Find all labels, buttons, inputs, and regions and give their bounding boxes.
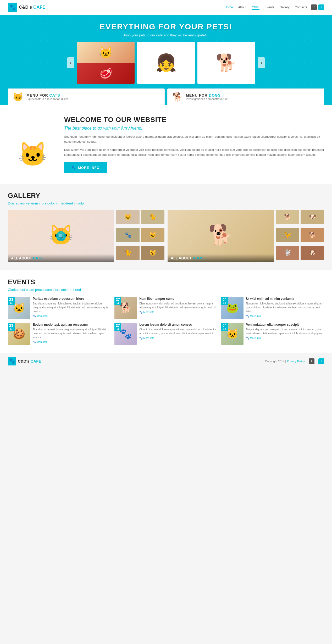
welcome-para2: Duis autem vel eum iriure dolor in hendr… bbox=[64, 147, 324, 157]
event-card-2: 🐕 27 11 Nam liber tempor cume Diam nonum… bbox=[114, 297, 217, 319]
hero-subtitle: Bring your pets to our cafe and they wil… bbox=[8, 33, 324, 37]
logo-text: C&D's CAFE bbox=[19, 5, 45, 10]
nav-events[interactable]: Events bbox=[265, 5, 274, 9]
cat-thumb-3[interactable]: 🐾 bbox=[116, 228, 140, 242]
footer: 🐾 C&D's CAFE Copyright 2014 | Privacy Po… bbox=[0, 353, 332, 369]
event-5-more[interactable]: 🐾 More info bbox=[139, 337, 217, 340]
event-4-img-wrapper: 🍪 23 11 bbox=[8, 323, 30, 345]
gallery-cats-main[interactable]: 🐱 ALL ABOUT CATS 🔍 bbox=[8, 210, 114, 262]
footer-logo-text: C&D's CAFE bbox=[18, 359, 41, 363]
cat-menu-title: MENU FOR CATS bbox=[26, 93, 68, 97]
footer-logo-icon: 🐾 bbox=[8, 357, 16, 365]
event-5-desc: Cidunt ut laoreet dolore magna aliquam q… bbox=[139, 327, 217, 335]
gallery-grid: 🐱 ALL ABOUT CATS 🔍 🐱 🐈 🐾 🐱 🐈 😺 🐕 ALL ABO… bbox=[8, 210, 324, 262]
dog-thumb-4[interactable]: 🐕 bbox=[301, 228, 324, 242]
event-5-date-badge: 27 11 bbox=[114, 323, 121, 331]
events-grid: 🐱 23 11 Paritas est etiam processum iriu… bbox=[8, 297, 324, 345]
event-2-desc: Diam nonummy nibh ouismod tincidunt ut l… bbox=[139, 302, 217, 309]
more-info-button[interactable]: 🐾 MORE INFO bbox=[64, 162, 107, 173]
event-5-img-wrapper: 🐾 27 11 bbox=[114, 323, 137, 345]
event-card-1: 🐱 23 11 Paritas est etiam processum iriu… bbox=[8, 297, 111, 319]
events-subtitle: Claritas est etiam processum iriure dolo… bbox=[8, 288, 324, 292]
main-nav: Home About Menu Events Gallery Contacts bbox=[225, 5, 307, 10]
welcome-content: WELCOME TO OUR WEBSITE The best place to… bbox=[64, 116, 324, 173]
cat-thumb-4[interactable]: 🐱 bbox=[141, 228, 164, 242]
event-6-more[interactable]: 🐾 More info bbox=[246, 337, 324, 340]
event-3-title: Ut wisi enim ad mi nim veniamia bbox=[246, 297, 324, 301]
event-3-more[interactable]: 🐾 More info bbox=[246, 315, 324, 318]
logo-icon: 🐾 bbox=[8, 3, 17, 12]
dog-thumb-1[interactable]: 🐕 bbox=[276, 210, 300, 224]
footer-twitter[interactable]: t bbox=[318, 358, 324, 364]
hero-carousel: ‹ 🐱 🥩 👧 🐕 › bbox=[8, 42, 324, 84]
menu-bar-dogs[interactable]: 🐕 MENU FOR DOGS Investigationes demonstr… bbox=[167, 88, 324, 105]
cats-search-overlay[interactable]: 🔍 bbox=[56, 231, 66, 241]
events-section: EVENTS Claritas est etiam processum iriu… bbox=[0, 270, 332, 353]
event-3-img-wrapper: 🐸 04 12 bbox=[221, 297, 244, 319]
cat-thumb-1[interactable]: 🐱 bbox=[116, 210, 140, 224]
header: 🐾 C&D's CAFE Home About Menu Events Gall… bbox=[0, 0, 332, 15]
nav-home[interactable]: Home bbox=[225, 5, 233, 9]
gallery-cats-panel: 🐱 ALL ABOUT CATS 🔍 🐱 🐈 🐾 🐱 🐈 😺 bbox=[8, 210, 164, 262]
event-5-title: Lorem ipsum dolo sit amet, consec bbox=[139, 323, 217, 326]
privacy-link[interactable]: Privacy Policy bbox=[287, 360, 305, 363]
event-2-date-badge: 27 11 bbox=[114, 297, 121, 305]
dogs-panel-label: ALL ABOUT DOGS bbox=[168, 254, 274, 262]
hero-img-1: 🐱 🥩 bbox=[77, 42, 135, 84]
nav-menu[interactable]: Menu bbox=[252, 5, 259, 10]
cat-menu-subtitle: Squis nostrud exerci tation ullam bbox=[26, 97, 68, 101]
footer-right: Copyright 2014 | Privacy Policy f t bbox=[265, 358, 324, 364]
hero-section: EVERYTHING FOR YOUR PETS! Bring your pet… bbox=[0, 15, 332, 105]
event-4-desc: Tincidunt ut laoreet dolore magna aliqua… bbox=[33, 327, 111, 339]
dog-thumb-6[interactable]: 🐶 bbox=[301, 246, 324, 260]
dog-menu-icon: 🐕 bbox=[172, 92, 183, 102]
event-2-more[interactable]: 🐾 More info bbox=[139, 311, 217, 314]
event-1-date-badge: 23 11 bbox=[8, 297, 15, 305]
twitter-link[interactable]: t bbox=[318, 4, 324, 10]
cat-thumb-6[interactable]: 😺 bbox=[141, 246, 164, 260]
event-6-img-wrapper: 🐱 04 12 bbox=[221, 323, 244, 345]
logo[interactable]: 🐾 C&D's CAFE bbox=[8, 3, 45, 12]
dog-thumb-2[interactable]: 🐶 bbox=[301, 210, 324, 224]
footer-copyright: Copyright 2014 | Privacy Policy bbox=[265, 360, 305, 363]
nav-gallery[interactable]: Gallery bbox=[280, 5, 290, 9]
welcome-para1: Sod diam nonummy nibh ouismod tincidunt … bbox=[64, 134, 324, 144]
event-card-6: 🐱 04 12 Veniamiataon ulla mcorper suscip… bbox=[221, 323, 324, 345]
event-2-title: Nam liber tempor cume bbox=[139, 297, 217, 301]
event-1-img-wrapper: 🐱 23 11 bbox=[8, 297, 30, 319]
gallery-dogs-thumbs: 🐕 🐶 🦮 🐕 🐩 🐶 bbox=[276, 210, 324, 262]
dog-menu-title: MENU FOR DOGS bbox=[186, 93, 228, 97]
event-4-title: Eodem modo typi, quitiam rocessum bbox=[33, 323, 111, 326]
facebook-link[interactable]: f bbox=[311, 4, 317, 10]
event-1-desc: Sed diam nonummy nibh ouismod tincidunt … bbox=[33, 302, 111, 313]
dog-thumb-3[interactable]: 🦮 bbox=[276, 228, 300, 242]
nav-about[interactable]: About bbox=[238, 5, 246, 9]
social-links: f t bbox=[311, 4, 324, 10]
hero-title: EVERYTHING FOR YOUR PETS! bbox=[8, 22, 324, 31]
menu-bar-cats[interactable]: 🐱 MENU FOR CATS Squis nostrud exerci tat… bbox=[8, 88, 165, 105]
footer-logo[interactable]: 🐾 C&D's CAFE bbox=[8, 357, 41, 365]
event-card-5: 🐾 27 11 Lorem ipsum dolo sit amet, conse… bbox=[114, 323, 217, 345]
event-1-title: Paritas est etiam processum iriure bbox=[33, 297, 111, 301]
dogs-main-emoji: 🐕 bbox=[208, 223, 233, 246]
cat-thumb-5[interactable]: 🐈 bbox=[116, 246, 140, 260]
dog-menu-subtitle: Investigationes demonstraverunt bbox=[186, 97, 228, 101]
carousel-images: 🐱 🥩 👧 🐕 bbox=[77, 42, 255, 84]
dog-thumb-5[interactable]: 🐩 bbox=[276, 246, 300, 260]
welcome-title: WELCOME TO OUR WEBSITE bbox=[64, 116, 324, 124]
cats-panel-label: ALL ABOUT CATS bbox=[8, 254, 114, 262]
gallery-dogs-main[interactable]: 🐕 ALL ABOUT DOGS bbox=[168, 210, 274, 262]
event-4-more[interactable]: 🐾 More info bbox=[33, 341, 111, 343]
event-6-date-badge: 04 12 bbox=[221, 323, 228, 331]
carousel-prev-button[interactable]: ‹ bbox=[67, 57, 74, 68]
cat-thumb-2[interactable]: 🐈 bbox=[141, 210, 164, 224]
footer-facebook[interactable]: f bbox=[309, 358, 314, 364]
carousel-next-button[interactable]: › bbox=[258, 57, 265, 68]
svg-text:🐾: 🐾 bbox=[9, 4, 16, 10]
nav-contacts[interactable]: Contacts bbox=[295, 5, 307, 9]
menu-bars: 🐱 MENU FOR CATS Squis nostrud exerci tat… bbox=[8, 88, 324, 105]
cat-menu-icon: 🐱 bbox=[13, 92, 23, 102]
event-1-more[interactable]: 🐾 More info bbox=[33, 315, 111, 318]
paw-icon: 🐾 bbox=[71, 166, 76, 170]
gallery-title: GALLERY bbox=[8, 192, 324, 200]
